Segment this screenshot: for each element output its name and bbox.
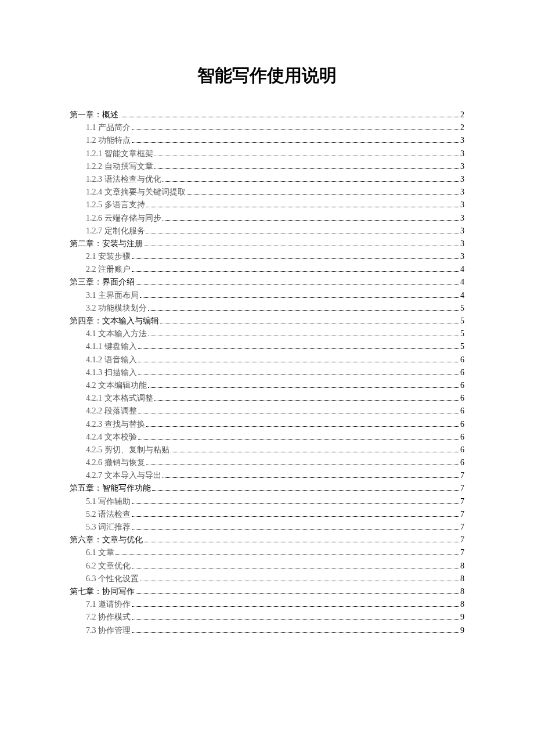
toc-leader-dots xyxy=(132,129,459,130)
toc-entry-page: 8 xyxy=(460,588,464,596)
toc-entry[interactable]: 7.2 协作模式9 xyxy=(70,613,464,621)
toc-entry-label: 6.2 文章优化 xyxy=(86,562,131,570)
toc-entry-label: 7.3 协作管理 xyxy=(86,627,131,635)
toc-entry[interactable]: 第六章：文章与优化7 xyxy=(70,536,464,544)
toc-entry[interactable]: 4.2.7 文本导入与导出7 xyxy=(70,471,464,480)
toc-entry[interactable]: 4.1.3 扫描输入6 xyxy=(70,369,464,377)
toc-entry-page: 8 xyxy=(460,600,464,609)
toc-entry[interactable]: 第五章：智能写作功能7 xyxy=(70,484,464,492)
toc-leader-dots xyxy=(132,258,459,259)
toc-entry[interactable]: 1.2.3 语法检查与优化3 xyxy=(70,175,464,183)
toc-leader-dots xyxy=(146,233,460,233)
toc-entry[interactable]: 3.1 主界面布局4 xyxy=(70,291,464,300)
toc-entry[interactable]: 第一章：概述2 xyxy=(70,111,464,119)
toc-entry-page: 7 xyxy=(460,549,464,557)
toc-entry-label: 4.1.2 语音输入 xyxy=(86,356,137,364)
toc-entry[interactable]: 第四章：文本输入与编辑5 xyxy=(70,317,464,325)
document-page: 智能写作使用说明 第一章：概述21.1 产品简介21.2 功能特点31.2.1 … xyxy=(0,0,534,674)
toc-entry[interactable]: 7.1 邀请协作8 xyxy=(70,600,464,609)
toc-entry-page: 5 xyxy=(460,330,464,338)
toc-entry-label: 第六章：文章与优化 xyxy=(70,536,143,544)
toc-entry-label: 3.2 功能模块划分 xyxy=(86,304,147,312)
toc-entry[interactable]: 5.3 词汇推荐7 xyxy=(70,523,464,531)
toc-entry[interactable]: 4.1.2 语音输入6 xyxy=(70,356,464,364)
toc-entry-label: 1.2.6 云端存储与同步 xyxy=(86,214,161,222)
toc-leader-dots xyxy=(154,400,460,401)
toc-entry-page: 7 xyxy=(460,536,464,544)
toc-leader-dots xyxy=(146,426,460,427)
toc-entry[interactable]: 4.1.1 键盘输入5 xyxy=(70,343,464,351)
toc-entry-label: 第一章：概述 xyxy=(70,111,118,119)
toc-leader-dots xyxy=(146,465,460,465)
toc-entry-label: 1.1 产品简介 xyxy=(86,124,131,132)
toc-entry-page: 2 xyxy=(460,111,464,119)
toc-entry-page: 7 xyxy=(460,498,464,506)
toc-entry[interactable]: 6.2 文章优化8 xyxy=(70,562,464,570)
toc-leader-dots xyxy=(148,387,459,388)
toc-leader-dots xyxy=(148,336,459,336)
toc-entry-page: 5 xyxy=(460,317,464,325)
toc-entry[interactable]: 4.2.5 剪切、复制与粘贴6 xyxy=(70,446,464,454)
toc-entry[interactable]: 1.2.5 多语言支持3 xyxy=(70,201,464,209)
toc-entry[interactable]: 1.2.4 文章摘要与关键词提取3 xyxy=(70,188,464,196)
toc-entry[interactable]: 5.1 写作辅助7 xyxy=(70,498,464,506)
toc-entry-page: 3 xyxy=(460,136,464,145)
toc-entry[interactable]: 1.2.2 自动撰写文章3 xyxy=(70,163,464,171)
toc-entry[interactable]: 6.3 个性化设置8 xyxy=(70,575,464,583)
toc-entry[interactable]: 第二章：安装与注册3 xyxy=(70,240,464,248)
toc-entry-page: 3 xyxy=(460,253,464,261)
toc-leader-dots xyxy=(132,529,459,530)
toc-entry[interactable]: 1.1 产品简介2 xyxy=(70,124,464,132)
toc-entry-label: 4.2 文本编辑功能 xyxy=(86,381,147,390)
toc-entry[interactable]: 4.2.3 查找与替换6 xyxy=(70,420,464,429)
toc-entry-page: 6 xyxy=(460,407,464,415)
toc-entry-label: 第二章：安装与注册 xyxy=(70,240,143,248)
toc-entry[interactable]: 4.2.2 段落调整6 xyxy=(70,407,464,415)
toc-entry-label: 4.1.1 键盘输入 xyxy=(86,343,137,351)
toc-entry-label: 3.1 主界面布局 xyxy=(86,291,139,300)
toc-entry[interactable]: 1.2.7 定制化服务3 xyxy=(70,227,464,235)
toc-entry-label: 4.1 文本输入方法 xyxy=(86,330,147,338)
toc-entry-label: 6.1 文章 xyxy=(86,549,114,557)
toc-entry-page: 3 xyxy=(460,188,464,196)
toc-entry-label: 1.2.7 定制化服务 xyxy=(86,227,145,235)
toc-entry[interactable]: 4.2.6 撤销与恢复6 xyxy=(70,459,464,467)
toc-leader-dots xyxy=(163,181,460,182)
toc-entry[interactable]: 2.2 注册账户4 xyxy=(70,265,464,273)
toc-leader-dots xyxy=(132,142,459,143)
toc-entry[interactable]: 1.2.6 云端存储与同步3 xyxy=(70,214,464,222)
toc-entry[interactable]: 4.2 文本编辑功能6 xyxy=(70,381,464,390)
toc-entry-label: 1.2.5 多语言支持 xyxy=(86,201,145,209)
toc-entry-page: 5 xyxy=(460,304,464,312)
toc-entry[interactable]: 第七章：协同写作8 xyxy=(70,588,464,596)
toc-leader-dots xyxy=(140,581,459,581)
toc-entry[interactable]: 5.2 语法检查7 xyxy=(70,510,464,519)
toc-entry-page: 6 xyxy=(460,356,464,364)
toc-entry[interactable]: 3.2 功能模块划分5 xyxy=(70,304,464,312)
toc-leader-dots xyxy=(152,490,459,491)
toc-entry[interactable]: 4.2.1 文本格式调整6 xyxy=(70,394,464,402)
toc-entry-page: 3 xyxy=(460,163,464,171)
toc-entry-page: 6 xyxy=(460,394,464,402)
toc-entry[interactable]: 6.1 文章7 xyxy=(70,549,464,557)
toc-entry[interactable]: 1.2 功能特点3 xyxy=(70,136,464,145)
toc-entry-label: 1.2.1 智能文章框架 xyxy=(86,150,153,158)
toc-entry-label: 4.2.3 查找与替换 xyxy=(86,420,145,429)
toc-leader-dots xyxy=(163,220,460,221)
toc-entry-label: 第三章：界面介绍 xyxy=(70,278,135,286)
toc-entry-page: 3 xyxy=(460,227,464,235)
toc-entry-label: 1.2.4 文章摘要与关键词提取 xyxy=(86,188,186,196)
toc-entry[interactable]: 2.1 安装步骤3 xyxy=(70,253,464,261)
toc-leader-dots xyxy=(136,593,459,594)
toc-entry-label: 4.2.2 段落调整 xyxy=(86,407,137,415)
toc-entry-page: 6 xyxy=(460,433,464,441)
toc-entry[interactable]: 7.3 协作管理9 xyxy=(70,627,464,635)
toc-leader-dots xyxy=(154,156,460,156)
toc-entry-label: 4.2.4 文本校验 xyxy=(86,433,137,441)
toc-entry[interactable]: 第三章：界面介绍4 xyxy=(70,278,464,286)
toc-entry-page: 3 xyxy=(460,175,464,183)
toc-entry[interactable]: 1.2.1 智能文章框架3 xyxy=(70,150,464,158)
toc-leader-dots xyxy=(140,297,459,298)
toc-entry[interactable]: 4.2.4 文本校验6 xyxy=(70,433,464,441)
toc-entry[interactable]: 4.1 文本输入方法5 xyxy=(70,330,464,338)
